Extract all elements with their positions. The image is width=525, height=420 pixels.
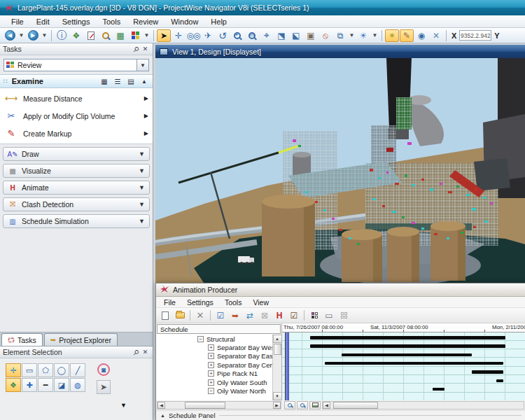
gantt-bar[interactable] <box>310 344 505 348</box>
task-create-markup[interactable]: ✎ Create Markup ▶ <box>0 125 153 142</box>
expand-group-icon[interactable]: ▼ <box>139 201 145 208</box>
link-tasks-icon[interactable]: ➥ <box>228 309 242 322</box>
line-select-icon[interactable]: ╱ <box>70 363 85 377</box>
menu-review[interactable]: Review <box>127 17 164 27</box>
clash-detection-icon[interactable]: ✶ <box>385 29 399 42</box>
extended-select-icon[interactable]: ❖ <box>6 378 21 392</box>
gantt-bar[interactable] <box>496 379 503 383</box>
camera-off-icon[interactable]: ⦸ <box>318 29 332 42</box>
detail-view-icon[interactable]: ▤ <box>126 78 136 85</box>
examine-group-header[interactable]: ∷ Examine ▦ ☰ ▤ ▲ <box>0 74 153 88</box>
menu-help[interactable]: Help <box>205 17 232 27</box>
menu-window[interactable]: Window <box>165 17 204 27</box>
tree-item[interactable]: +Oily Water South <box>157 378 272 386</box>
tree-item[interactable]: −Oily Water North <box>157 386 272 395</box>
global-mode-icon[interactable]: ◍ <box>70 378 85 392</box>
lighting-dropdown-icon[interactable]: ▼ <box>371 29 379 42</box>
gantt-zoom-in-icon[interactable] <box>284 401 295 410</box>
tab-project-explorer[interactable]: ➥ Project Explorer <box>44 333 118 346</box>
commit-icon[interactable]: ☑ <box>287 309 301 322</box>
fit-view-icon[interactable]: ⌖ <box>260 29 274 42</box>
flyout-arrow-icon[interactable]: ▶ <box>144 113 148 119</box>
scrollbar-thumb[interactable] <box>333 402 378 409</box>
individual-select-icon[interactable]: ✛ <box>6 363 21 377</box>
zoom-window-icon[interactable]: ▭ <box>245 29 259 42</box>
select-tool-icon[interactable]: ➤ <box>157 29 171 42</box>
group-animate[interactable]: H Animate ▼ <box>3 181 150 195</box>
ap-menu-view[interactable]: View <box>248 298 274 307</box>
sphere-select-icon[interactable]: ◙ <box>97 363 110 376</box>
new-schedule-icon[interactable] <box>158 309 172 322</box>
camera-icon[interactable]: ▣ <box>304 29 318 42</box>
expand-group-icon[interactable]: ▼ <box>139 150 145 158</box>
target-icon[interactable]: ◉ <box>414 29 428 42</box>
collapse-group-icon[interactable]: ▲ <box>139 78 149 85</box>
gantt-bar[interactable] <box>325 362 503 365</box>
gantt-zoom-out-icon[interactable] <box>297 401 308 410</box>
group-clash-detection[interactable]: ⛝ Clash Detection ▼ <box>3 197 150 211</box>
view-previous-icon[interactable]: ⬔ <box>274 29 288 42</box>
collapse-node-icon[interactable]: − <box>197 336 204 342</box>
markup-page-icon[interactable] <box>84 29 98 42</box>
menu-settings[interactable]: Settings <box>57 17 96 27</box>
tree-item[interactable]: +Separator Bay West <box>157 343 272 351</box>
expand-node-icon[interactable]: + <box>208 353 214 359</box>
schedule-animation-icon[interactable]: ✎ <box>400 29 414 42</box>
pan-hand-icon[interactable]: ✛ <box>172 29 186 42</box>
animation-producer-titlebar[interactable]: Animation Producer <box>156 284 525 297</box>
flyout-arrow-icon[interactable]: ▶ <box>144 95 148 102</box>
gantt-horizontal-scrollbar[interactable]: ◀ <box>322 401 524 410</box>
add-mode-icon[interactable]: ✚ <box>22 378 37 392</box>
preview-window-icon[interactable]: ▭ <box>322 309 336 322</box>
icon-view-icon[interactable]: ▦ <box>99 78 109 85</box>
expand-group-icon[interactable]: ▼ <box>139 218 145 225</box>
group-draw[interactable]: A✎ Draw ▼ <box>3 147 150 161</box>
pin-icon[interactable]: ⚲ <box>132 46 141 53</box>
collapse-node-icon[interactable]: − <box>208 388 214 394</box>
tree-item[interactable]: −Structural <box>157 335 272 343</box>
ap-menu-settings[interactable]: Settings <box>182 298 218 307</box>
scroll-up-icon[interactable]: ▲ <box>273 335 282 343</box>
rotate-view-icon[interactable]: ↺ <box>216 29 230 42</box>
expand-group-icon[interactable]: ▼ <box>139 167 145 174</box>
gantt-time-cursor[interactable] <box>285 332 289 400</box>
forward-dropdown-icon[interactable]: ▼ <box>41 29 48 42</box>
x-coordinate-field[interactable]: 9352.2.942 <box>459 30 491 41</box>
gantt-bar[interactable] <box>342 354 472 357</box>
gantt-fit-image-icon[interactable] <box>309 401 321 410</box>
tree-vertical-scrollbar[interactable]: ▲ ▼ <box>272 335 281 400</box>
scrollbar-thumb[interactable] <box>274 344 281 355</box>
replace-mode-icon[interactable]: ◪ <box>54 378 69 392</box>
collapse-panel-icon[interactable]: ▲ <box>160 413 165 418</box>
toolbox-dropdown-icon[interactable]: ▼ <box>120 402 127 409</box>
tree-item[interactable]: +Pipe Rack N1 <box>157 370 272 378</box>
ap-menu-tools[interactable]: Tools <box>220 298 247 307</box>
expand-node-icon[interactable]: + <box>208 370 214 377</box>
shape-select-icon[interactable]: ⬠ <box>38 363 53 377</box>
color-table-icon[interactable] <box>128 29 142 42</box>
animate-schedule-icon[interactable]: H <box>272 309 286 322</box>
import-schedule-icon[interactable]: ☑ <box>214 309 227 322</box>
gantt-bar[interactable] <box>433 388 444 391</box>
view-titlebar[interactable]: View 1, Design [Displayset] <box>155 45 525 58</box>
workflow-dropdown-icon[interactable]: ▼ <box>137 59 149 71</box>
view-next-icon[interactable]: ⬕ <box>289 29 303 42</box>
close-icon[interactable]: ✕ <box>141 349 150 356</box>
walk-tool-icon[interactable]: ◎◎ <box>186 29 200 42</box>
gantt-bar[interactable] <box>472 370 503 374</box>
tree-horizontal-scrollbar[interactable]: ◀ ▶ <box>157 401 281 410</box>
menu-edit[interactable]: Edit <box>31 17 55 27</box>
open-schedule-icon[interactable] <box>173 309 187 322</box>
back-dropdown-icon[interactable]: ▼ <box>18 29 25 42</box>
clash-review-icon[interactable]: ⊠ <box>258 309 272 322</box>
gantt-bar[interactable] <box>310 336 505 340</box>
tab-tasks[interactable]: ⮔ Tasks <box>1 333 43 346</box>
options-grid-icon[interactable] <box>337 309 351 322</box>
scroll-left-icon[interactable]: ◀ <box>158 402 165 409</box>
subtract-mode-icon[interactable]: ━ <box>38 378 53 392</box>
element-info-icon[interactable]: ⓘ <box>55 29 69 42</box>
back-button[interactable]: ◀ <box>3 29 17 42</box>
flyout-arrow-icon[interactable]: ▶ <box>144 130 148 136</box>
expand-group-icon[interactable]: ▼ <box>139 184 145 191</box>
ap-menu-file[interactable]: File <box>159 298 181 307</box>
